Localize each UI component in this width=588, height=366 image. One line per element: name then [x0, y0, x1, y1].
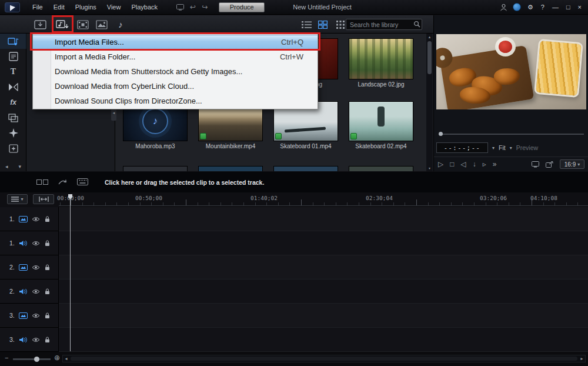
- scroll-down-icon[interactable]: ▾: [426, 165, 433, 171]
- lock-icon[interactable]: [45, 264, 50, 271]
- menu-item-download-shutterstock[interactable]: Download Media from Shutterstock and Get…: [33, 64, 318, 79]
- undo-icon[interactable]: ↩: [187, 3, 199, 11]
- track-header[interactable]: 1.: [0, 207, 59, 231]
- rail-more-icon[interactable]: ▾: [18, 164, 21, 169]
- track-manager-button[interactable]: ▾: [7, 194, 28, 204]
- menu-playback[interactable]: Playback: [126, 1, 163, 13]
- library-scrollbar[interactable]: ▲ ▾: [426, 34, 433, 171]
- media-item[interactable]: Landscape 02.jpg: [349, 38, 413, 88]
- play-button[interactable]: ▷: [438, 161, 443, 168]
- fit-dropdown[interactable]: Fit: [499, 144, 506, 151]
- snapshot-icon[interactable]: [532, 161, 539, 168]
- menu-view[interactable]: View: [102, 1, 126, 13]
- media-item[interactable]: Skateboard 02.mp4: [349, 101, 413, 149]
- eye-icon[interactable]: [32, 217, 45, 222]
- grid-view-icon[interactable]: [315, 18, 330, 31]
- menu-plugins[interactable]: Plugins: [70, 1, 102, 13]
- produce-button[interactable]: Produce: [219, 2, 265, 12]
- scroll-left-icon[interactable]: ◂: [63, 355, 69, 362]
- capture-icon[interactable]: [173, 4, 187, 11]
- keyboard-icon[interactable]: [77, 178, 88, 186]
- lock-icon[interactable]: [45, 337, 50, 343]
- scroll-up-icon[interactable]: ▲: [426, 34, 433, 40]
- zoom-slider-thumb[interactable]: [34, 357, 39, 362]
- rail-collapse-icon[interactable]: ◂: [5, 164, 8, 169]
- scrollbar-thumb[interactable]: [71, 357, 577, 361]
- settings-gear-icon[interactable]: ⚙: [526, 4, 534, 11]
- preview-quality-label[interactable]: Preview: [516, 144, 538, 151]
- subtitle-room-tab[interactable]: [0, 141, 26, 156]
- capture-frame-button[interactable]: ↓: [473, 161, 476, 168]
- effect-room-tab[interactable]: fx: [0, 95, 26, 110]
- media-thumbnail-partial[interactable]: [273, 166, 338, 171]
- media-thumbnail-partial[interactable]: [198, 166, 263, 171]
- music-filter-icon[interactable]: ♪: [113, 18, 128, 31]
- media-thumbnail-partial[interactable]: [349, 166, 413, 171]
- app-logo-icon[interactable]: [5, 2, 20, 12]
- import-media-button[interactable]: [55, 18, 70, 31]
- audio-track-lane[interactable]: [59, 231, 588, 255]
- timecode-display[interactable]: --:--;--: [436, 142, 488, 153]
- seek-thumb[interactable]: [439, 132, 443, 136]
- scroll-right-icon[interactable]: ▸: [579, 355, 585, 362]
- video-filter-icon[interactable]: [75, 18, 91, 31]
- maximize-button[interactable]: □: [565, 4, 572, 11]
- menu-file[interactable]: File: [27, 1, 48, 13]
- previous-frame-button[interactable]: ◁: [460, 161, 466, 168]
- menu-item-import-media-files[interactable]: Import Media Files... Ctrl+Q: [33, 35, 318, 49]
- track-header[interactable]: 3.: [0, 328, 59, 352]
- media-thumbnail-partial[interactable]: [123, 166, 188, 171]
- swap-clips-icon[interactable]: [58, 178, 68, 186]
- video-track-lane[interactable]: [59, 304, 588, 328]
- zoom-in-button[interactable]: ⊕: [54, 354, 60, 362]
- photo-filter-icon[interactable]: [94, 18, 109, 31]
- track-header[interactable]: 1.: [0, 231, 59, 255]
- aspect-ratio-selector[interactable]: 16:9 ▾: [560, 159, 584, 169]
- fast-forward-button[interactable]: »: [493, 161, 497, 168]
- lock-icon[interactable]: [45, 240, 50, 247]
- fit-timeline-button[interactable]: [33, 194, 54, 204]
- lock-icon[interactable]: [45, 288, 50, 295]
- help-icon[interactable]: ?: [540, 4, 546, 11]
- video-track-lane[interactable]: [59, 207, 588, 231]
- zoom-slider[interactable]: [13, 358, 51, 360]
- preview-seek-slider[interactable]: [439, 132, 584, 137]
- media-room-tab[interactable]: [0, 34, 26, 49]
- storyboard-view-icon[interactable]: [36, 178, 48, 186]
- next-frame-button[interactable]: ▹: [483, 161, 486, 168]
- eye-icon[interactable]: [32, 265, 45, 270]
- track-header[interactable]: 2.: [0, 255, 59, 280]
- timeline-horizontal-scrollbar[interactable]: ◂ ▸: [62, 355, 586, 362]
- user-account-icon[interactable]: [500, 4, 507, 11]
- track-header[interactable]: 2.: [0, 280, 59, 304]
- transition-room-tab[interactable]: [0, 79, 26, 95]
- title-room-tab[interactable]: T: [0, 64, 26, 79]
- audio-track-lane[interactable]: [59, 328, 588, 352]
- eye-icon[interactable]: [32, 337, 45, 342]
- playhead-line[interactable]: [70, 194, 71, 351]
- menu-item-import-media-folder[interactable]: Import a Media Folder... Ctrl+W: [33, 49, 318, 64]
- eye-icon[interactable]: [32, 241, 45, 246]
- search-input[interactable]: [346, 19, 422, 30]
- timecode-dropdown-icon[interactable]: ▾: [492, 145, 495, 151]
- eye-icon[interactable]: [32, 313, 45, 318]
- import-tray-icon[interactable]: [32, 18, 48, 31]
- stop-button[interactable]: □: [450, 161, 454, 168]
- eye-icon[interactable]: [32, 289, 45, 294]
- user-avatar[interactable]: [513, 3, 521, 11]
- track-header[interactable]: 3.: [0, 304, 59, 328]
- audio-track-lane[interactable]: [59, 280, 588, 304]
- fit-dropdown-icon[interactable]: ▾: [510, 145, 512, 151]
- timeline-ruler[interactable]: 00:00;00 00:50;00 01:40;02 02:30;04 03:2…: [59, 194, 588, 206]
- list-view-icon[interactable]: [299, 18, 314, 31]
- project-room-tab[interactable]: [0, 49, 26, 64]
- zoom-out-button[interactable]: −: [5, 354, 8, 361]
- menu-item-download-cyberlink-cloud[interactable]: Download Media from CyberLink Cloud...: [33, 79, 318, 94]
- minimize-button[interactable]: —: [551, 4, 560, 11]
- pip-objects-room-tab[interactable]: [0, 110, 26, 125]
- video-track-lane[interactable]: [59, 255, 588, 280]
- menu-item-download-directorzone[interactable]: Download Sound Clips from DirectorZone..…: [33, 94, 318, 108]
- lock-icon[interactable]: [45, 216, 50, 222]
- lock-icon[interactable]: [45, 312, 50, 319]
- menu-edit[interactable]: Edit: [48, 1, 70, 13]
